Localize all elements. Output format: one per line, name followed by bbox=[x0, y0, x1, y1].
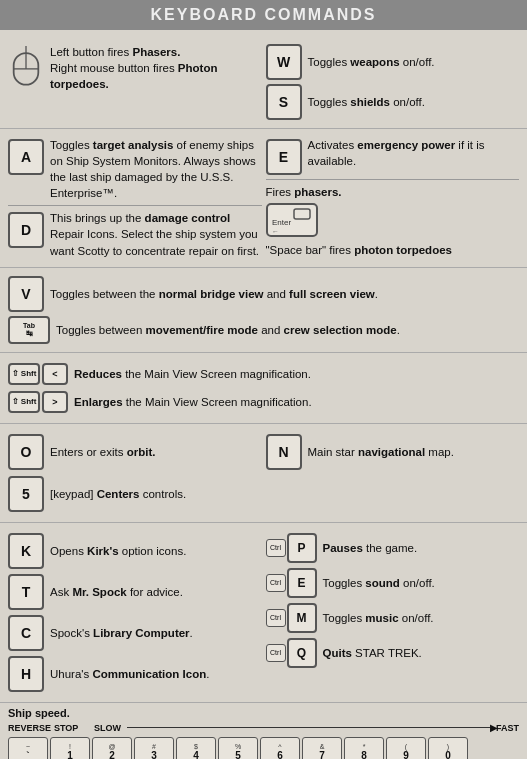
a-desc: Toggles target analysis of enemy ships o… bbox=[50, 137, 262, 201]
s-desc: Toggles shields on/off. bbox=[308, 94, 520, 110]
o-key: O bbox=[8, 434, 44, 470]
s-key: S bbox=[266, 84, 302, 120]
enter-section: Fires phasers. Enter ← "Space bar" fires… bbox=[266, 184, 520, 258]
shift-less-desc: Reduces the Main View Screen magnificati… bbox=[74, 366, 519, 382]
n-desc: Main star navigational map. bbox=[308, 444, 520, 460]
shift-greater-combo: ⇧ Shft > bbox=[8, 391, 68, 413]
o-desc: Enters or exits orbit. bbox=[50, 444, 262, 460]
tab-key: Tab ↹ bbox=[8, 316, 50, 344]
mouse-desc: Left button fires Phasers. Right mouse b… bbox=[50, 44, 262, 92]
header: KEYBOARD COMMANDS bbox=[0, 0, 527, 30]
greater-key: > bbox=[42, 391, 68, 413]
ctrl-e-desc: Toggles sound on/off. bbox=[323, 575, 520, 591]
on5-section: O Enters or exits orbit. 5 [keypad] Cent… bbox=[0, 424, 527, 523]
speed-keys-row: ~` !1 @2 #3 $4 %5 ^6 &7 *8 (9 )0 bbox=[8, 737, 519, 759]
ctrl-e-pair: Ctrl E bbox=[266, 568, 317, 598]
speed-key-1: !1 bbox=[50, 737, 90, 759]
k-desc: Opens Kirk's option icons. bbox=[50, 543, 262, 559]
ctrl-q-pair: Ctrl Q bbox=[266, 638, 317, 668]
w-key: W bbox=[266, 44, 302, 80]
v-desc: Toggles between the normal bridge view a… bbox=[50, 286, 519, 302]
e-desc: Activates emergency power if it is avail… bbox=[308, 137, 520, 169]
a-key: A bbox=[8, 139, 44, 175]
shift-key-1: ⇧ Shft bbox=[8, 363, 40, 385]
speed-key-3: #3 bbox=[134, 737, 174, 759]
mouse-section: Left button fires Phasers. Right mouse b… bbox=[0, 36, 527, 129]
ctrl-m-desc: Toggles music on/off. bbox=[323, 610, 520, 626]
fires-phasers: Fires phasers. bbox=[266, 184, 520, 200]
ctrl-p-desc: Pauses the game. bbox=[323, 540, 520, 556]
d-key: D bbox=[8, 212, 44, 248]
speed-arrow-line: ▶ bbox=[127, 727, 490, 728]
m-key: M bbox=[287, 603, 317, 633]
speed-key-2: @2 bbox=[92, 737, 132, 759]
ktch-section: K Opens Kirk's option icons. T Ask Mr. S… bbox=[0, 523, 527, 703]
svg-text:Enter: Enter bbox=[272, 218, 291, 227]
mouse-icon bbox=[8, 46, 44, 90]
ctrl-m-pair: Ctrl M bbox=[266, 603, 317, 633]
w-desc: Toggles weapons on/off. bbox=[308, 54, 520, 70]
speed-section: Ship speed. REVERSE STOP SLOW ▶ FAST ~` … bbox=[0, 703, 527, 759]
n-key: N bbox=[266, 434, 302, 470]
reverse-label: REVERSE bbox=[8, 723, 54, 733]
tab-desc: Toggles between movement/fire mode and c… bbox=[56, 322, 519, 338]
slow-label: SLOW bbox=[94, 723, 121, 733]
t-desc: Ask Mr. Spock for advice. bbox=[50, 584, 262, 600]
speed-key-9: (9 bbox=[386, 737, 426, 759]
speed-key-7: &7 bbox=[302, 737, 342, 759]
v-key: V bbox=[8, 276, 44, 312]
shift-section: ⇧ Shft < Reduces the Main View Screen ma… bbox=[0, 353, 527, 424]
svg-text:←: ← bbox=[272, 228, 279, 235]
page-title: KEYBOARD COMMANDS bbox=[10, 6, 517, 24]
svg-rect-5 bbox=[294, 209, 310, 219]
ctrl-q-desc: Quits STAR TREK. bbox=[323, 645, 520, 661]
shift-less-combo: ⇧ Shft < bbox=[8, 363, 68, 385]
p-key: P bbox=[287, 533, 317, 563]
ade-section: A Toggles target analysis of enemy ships… bbox=[0, 129, 527, 268]
ctrl-key-p: Ctrl bbox=[266, 539, 286, 557]
fast-label: FAST bbox=[496, 723, 519, 733]
five-desc: [keypad] Centers controls. bbox=[50, 486, 262, 502]
shift-greater-desc: Enlarges the Main View Screen magnificat… bbox=[74, 394, 519, 410]
e-key: E bbox=[266, 139, 302, 175]
c-key: C bbox=[8, 615, 44, 651]
ctrl-key-q: Ctrl bbox=[266, 644, 286, 662]
speed-key-0: ~` bbox=[8, 737, 48, 759]
space-bar-desc: "Space bar" fires photon torpedoes bbox=[266, 242, 520, 258]
e-key-2: E bbox=[287, 568, 317, 598]
enter-key-icon: Enter ← bbox=[266, 203, 318, 237]
stop-label: STOP bbox=[54, 723, 94, 733]
speed-key-5: %5 bbox=[218, 737, 258, 759]
five-key: 5 bbox=[8, 476, 44, 512]
v-section: V Toggles between the normal bridge view… bbox=[0, 268, 527, 353]
speed-key-10: )0 bbox=[428, 737, 468, 759]
c-desc: Spock's Library Computer. bbox=[50, 625, 262, 641]
q-key: Q bbox=[287, 638, 317, 668]
ship-speed-label: Ship speed. bbox=[8, 707, 519, 719]
ctrl-key-e: Ctrl bbox=[266, 574, 286, 592]
d-desc: This brings up the damage control Repair… bbox=[50, 210, 262, 258]
shift-key-2: ⇧ Shft bbox=[8, 391, 40, 413]
k-key: K bbox=[8, 533, 44, 569]
less-key: < bbox=[42, 363, 68, 385]
ctrl-key-m: Ctrl bbox=[266, 609, 286, 627]
speed-key-4: $4 bbox=[176, 737, 216, 759]
h-key: H bbox=[8, 656, 44, 692]
speed-labels-row: REVERSE STOP SLOW ▶ FAST bbox=[8, 723, 519, 733]
ctrl-p-pair: Ctrl P bbox=[266, 533, 317, 563]
speed-key-6: ^6 bbox=[260, 737, 300, 759]
speed-key-8: *8 bbox=[344, 737, 384, 759]
t-key: T bbox=[8, 574, 44, 610]
h-desc: Uhura's Communication Icon. bbox=[50, 666, 262, 682]
